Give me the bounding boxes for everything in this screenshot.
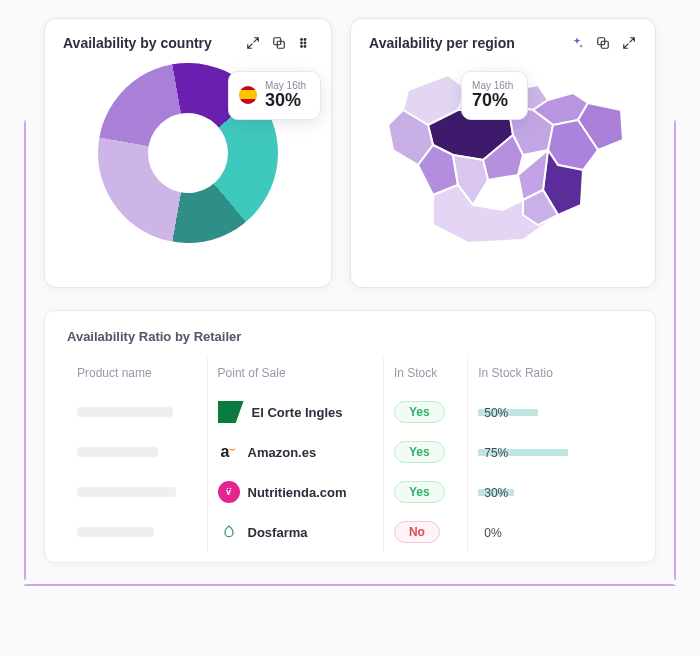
nutritienda-logo-icon (218, 481, 240, 503)
svg-point-5 (304, 42, 307, 45)
card-title: Availability by country (63, 35, 212, 53)
svg-point-3 (304, 38, 307, 41)
in-stock-pill: Yes (394, 481, 445, 503)
retailer-cell: Dosfarma (218, 521, 373, 543)
col-product-name: Product name (67, 358, 207, 392)
ratio-label: 0% (478, 526, 501, 540)
retailer-name: Amazon.es (248, 445, 317, 460)
table-row: DosfarmaNo0% (67, 512, 633, 552)
retailer-cell: Nutritienda.com (218, 481, 373, 503)
in-stock-pill: Yes (394, 401, 445, 423)
expand-icon[interactable] (245, 35, 261, 51)
decorative-dashed-left (24, 120, 26, 580)
ratio-cell: 75% (478, 445, 598, 460)
table-row: El Corte InglesYes50% (67, 392, 633, 432)
copy-icon[interactable] (271, 35, 287, 51)
grid-icon[interactable] (297, 35, 313, 51)
retailer-name: Dosfarma (248, 525, 308, 540)
ratio-label: 75% (478, 446, 508, 460)
retailer-table: Product name Point of Sale In Stock In S… (67, 358, 633, 552)
sparkle-icon[interactable] (569, 35, 585, 51)
dosfarma-logo-icon (218, 521, 240, 543)
decorative-dashed-bottom (24, 584, 676, 586)
product-name-placeholder (77, 407, 173, 417)
table-title: Availability Ratio by Retailer (67, 329, 633, 344)
product-name-placeholder (77, 447, 158, 457)
card-availability-per-region: Availability per region (350, 18, 656, 288)
svg-point-7 (304, 45, 307, 48)
card-availability-by-country: Availability by country May 16th 30% (44, 18, 332, 288)
product-name-placeholder (77, 527, 154, 537)
product-name-placeholder (77, 487, 176, 497)
ratio-label: 50% (478, 406, 508, 420)
svg-point-4 (300, 42, 303, 45)
svg-point-10 (226, 488, 228, 490)
region-tooltip: May 16th 70% (461, 71, 528, 120)
el-corte-ingles-logo-icon (218, 401, 244, 423)
ratio-cell: 30% (478, 485, 598, 500)
ratio-cell: 0% (478, 525, 598, 540)
card-availability-ratio-by-retailer: Availability Ratio by Retailer Product n… (44, 310, 656, 563)
svg-point-6 (300, 45, 303, 48)
spain-flag-icon (239, 86, 257, 104)
tooltip-percent: 30% (265, 91, 306, 111)
ratio-cell: 50% (478, 405, 598, 420)
table-row: a⌣Amazon.esYes75% (67, 432, 633, 472)
svg-point-11 (229, 488, 231, 490)
card-title: Availability per region (369, 35, 515, 53)
copy-icon[interactable] (595, 35, 611, 51)
ratio-label: 30% (478, 486, 508, 500)
table-row: Nutritienda.comYes30% (67, 472, 633, 512)
retailer-name: Nutritienda.com (248, 485, 347, 500)
retailer-cell: El Corte Ingles (218, 401, 373, 423)
col-in-stock-ratio: In Stock Ratio (468, 358, 633, 392)
in-stock-pill: Yes (394, 441, 445, 463)
in-stock-pill: No (394, 521, 440, 543)
country-tooltip: May 16th 30% (228, 71, 321, 120)
col-point-of-sale: Point of Sale (207, 358, 383, 392)
retailer-cell: a⌣Amazon.es (218, 441, 373, 463)
expand-icon[interactable] (621, 35, 637, 51)
amazon-logo-icon: a⌣ (218, 441, 240, 463)
svg-point-2 (300, 38, 303, 41)
decorative-dashed-right (674, 120, 676, 580)
tooltip-percent: 70% (472, 91, 513, 111)
retailer-name: El Corte Ingles (252, 405, 343, 420)
col-in-stock: In Stock (383, 358, 467, 392)
